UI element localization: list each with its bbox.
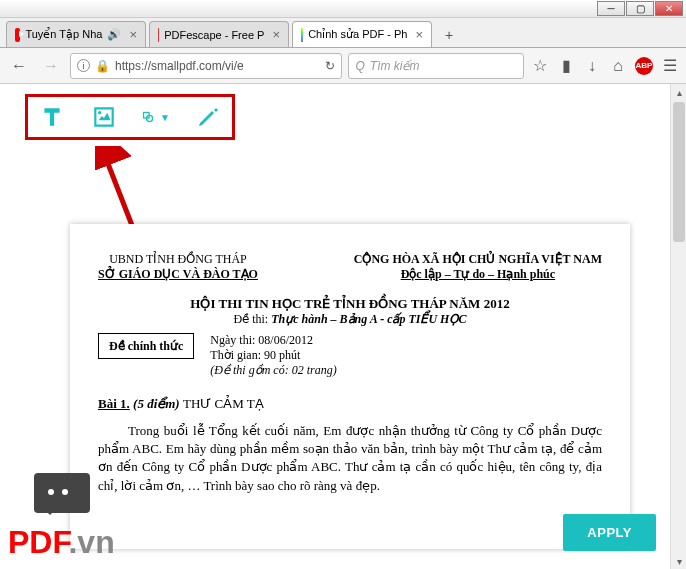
doc-title: HỘI THI TIN HỌC TRẺ TỈNH ĐỒNG THÁP NĂM 2… — [98, 296, 602, 327]
doc-title-main: HỘI THI TIN HỌC TRẺ TỈNH ĐỒNG THÁP NĂM 2… — [98, 296, 602, 312]
tab-label: Tuyển Tập Nha — [25, 28, 102, 41]
minimize-button[interactable]: ─ — [597, 1, 625, 16]
pdfescape-icon — [158, 28, 159, 42]
doc-duration: Thời gian: 90 phút — [210, 348, 336, 363]
reload-icon[interactable]: ↻ — [325, 59, 335, 73]
search-bar[interactable]: Q Tìm kiếm — [348, 53, 524, 79]
doc-org-2: SỞ GIÁO DỤC VÀ ĐÀO TẠO — [98, 267, 258, 282]
doc-country: CỘNG HÒA XÃ HỘI CHỦ NGHĨA VIỆT NAM — [354, 252, 602, 267]
new-tab-button[interactable]: + — [435, 23, 463, 47]
shape-tool-button[interactable]: ▼ — [142, 103, 170, 131]
url-text: https://smallpdf.com/vi/e — [115, 59, 244, 73]
tab-label: Chỉnh sửa PDF - Ph — [308, 28, 407, 41]
scroll-down-icon[interactable]: ▾ — [671, 553, 686, 569]
draw-tool-button[interactable] — [194, 103, 222, 131]
scroll-thumb[interactable] — [673, 102, 685, 242]
image-icon — [91, 104, 117, 130]
apply-button[interactable]: APPLY — [563, 514, 656, 551]
exam-official-box: Đề chính thức — [98, 333, 194, 359]
doc-date: Ngày thi: 08/06/2012 — [210, 333, 336, 348]
doc-header: UBND TỈNH ĐỒNG THÁP SỞ GIÁO DỤC VÀ ĐÀO T… — [98, 252, 602, 282]
info-icon: i — [77, 59, 90, 72]
doc-title-sub: Đề thi: Thực hành – Bảng A - cấp TIỂU HỌ… — [98, 312, 602, 327]
back-button[interactable]: ← — [6, 53, 32, 79]
pencil-icon — [196, 105, 220, 129]
shape-icon — [142, 105, 154, 129]
scroll-up-icon[interactable]: ▴ — [671, 84, 686, 100]
chat-widget[interactable] — [34, 473, 90, 513]
maximize-button[interactable]: ▢ — [626, 1, 654, 16]
tab-bar: Tuyển Tập Nha 🔊 × PDFescape - Free P × C… — [0, 18, 686, 48]
menu-icon[interactable]: ☰ — [660, 56, 680, 76]
doc-motto: Độc lập – Tự do – Hạnh phúc — [354, 267, 602, 282]
close-tab-icon[interactable]: × — [415, 27, 423, 42]
pdf-document[interactable]: UBND TỈNH ĐỒNG THÁP SỞ GIÁO DỤC VÀ ĐÀO T… — [70, 224, 630, 549]
doc-body: Bài 1. (5 điểm) THƯ CẢM TẠ Trong buổi lễ… — [98, 396, 602, 495]
nav-bar: ← → i 🔒 https://smallpdf.com/vi/e ↻ Q Tì… — [0, 48, 686, 84]
adblock-icon[interactable]: ABP — [634, 56, 654, 76]
close-tab-icon[interactable]: × — [272, 27, 280, 42]
bookmark-icon[interactable]: ☆ — [530, 56, 550, 76]
image-tool-button[interactable] — [90, 103, 118, 131]
window-titlebar: ─ ▢ ✕ — [0, 0, 686, 18]
chat-dots-icon — [48, 489, 68, 495]
doc-section-heading: Bài 1. (5 điểm) THƯ CẢM TẠ — [98, 396, 602, 412]
chevron-down-icon: ▼ — [160, 112, 170, 123]
forward-button[interactable]: → — [38, 53, 64, 79]
doc-pages: (Đề thi gồm có: 02 trang) — [210, 363, 336, 378]
youtube-icon — [15, 28, 20, 42]
watermark-logo: PDF.vn — [8, 524, 115, 561]
editor-toolbar-highlight: ▼ — [25, 94, 235, 140]
doc-info: Ngày thi: 08/06/2012 Thời gian: 90 phút … — [210, 333, 336, 378]
close-button[interactable]: ✕ — [655, 1, 683, 16]
search-icon: Q — [355, 59, 364, 73]
pocket-icon[interactable]: ▮ — [556, 56, 576, 76]
downloads-icon[interactable]: ↓ — [582, 56, 602, 76]
url-bar[interactable]: i 🔒 https://smallpdf.com/vi/e ↻ — [70, 53, 342, 79]
doc-org-1: UBND TỈNH ĐỒNG THÁP — [98, 252, 258, 267]
tab-youtube[interactable]: Tuyển Tập Nha 🔊 × — [6, 21, 146, 47]
svg-point-0 — [98, 111, 101, 114]
tab-pdfescape[interactable]: PDFescape - Free P × — [149, 21, 289, 47]
text-icon — [39, 104, 65, 130]
doc-paragraph: Trong buổi lễ Tổng kết cuối năm, Em được… — [98, 422, 602, 495]
tab-smallpdf[interactable]: Chỉnh sửa PDF - Ph × — [292, 21, 432, 47]
lock-icon: 🔒 — [95, 59, 110, 73]
search-placeholder: Tìm kiếm — [370, 59, 420, 73]
smallpdf-icon — [301, 28, 303, 42]
home-icon[interactable]: ⌂ — [608, 56, 628, 76]
page-content: ▼ UBND TỈNH ĐỒNG THÁP SỞ GIÁO DỤC VÀ ĐÀO… — [0, 84, 686, 569]
vertical-scrollbar[interactable]: ▴ ▾ — [670, 84, 686, 569]
doc-mid: Đề chính thức Ngày thi: 08/06/2012 Thời … — [98, 333, 602, 378]
close-tab-icon[interactable]: × — [129, 27, 137, 42]
tab-label: PDFescape - Free P — [164, 29, 264, 41]
text-tool-button[interactable] — [38, 103, 66, 131]
sound-icon: 🔊 — [107, 28, 121, 41]
